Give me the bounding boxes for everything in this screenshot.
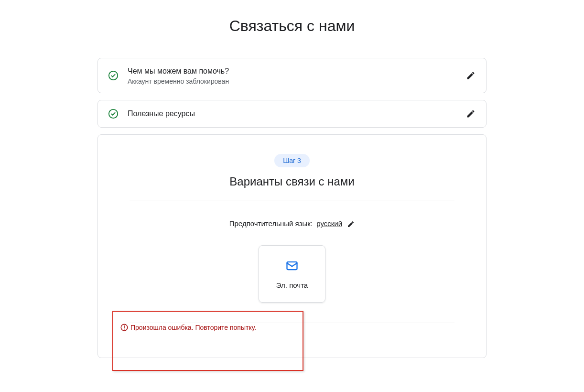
check-circle-icon <box>108 70 119 81</box>
page-title: Связаться с нами <box>97 17 487 35</box>
svg-point-5 <box>124 329 125 330</box>
step3-heading: Варианты связи с нами <box>127 175 457 188</box>
step1-accordion[interactable]: Чем мы можем вам помочь? Аккаунт временн… <box>97 58 487 93</box>
error-message: Произошла ошибка. Повторите попытку. <box>130 324 256 331</box>
error-highlight-box: Произошла ошибка. Повторите попытку. <box>112 311 303 371</box>
language-label: Предпочтительный язык: <box>229 219 313 228</box>
check-circle-icon <box>108 108 119 120</box>
mail-icon <box>285 259 299 272</box>
step2-title: Полезные ресурсы <box>128 109 465 119</box>
language-value[interactable]: русский <box>316 219 342 228</box>
pencil-icon <box>466 109 476 119</box>
pencil-icon <box>466 71 476 80</box>
step1-title: Чем мы можем вам помочь? <box>128 66 465 76</box>
email-option-card[interactable]: Эл. почта <box>259 245 325 303</box>
step3-badge: Шаг 3 <box>274 154 309 167</box>
step2-edit-button[interactable] <box>465 108 476 120</box>
language-edit-button[interactable] <box>347 220 355 228</box>
step1-subtitle: Аккаунт временно заблокирован <box>128 77 465 85</box>
step1-edit-button[interactable] <box>465 70 476 81</box>
divider <box>130 323 454 323</box>
step2-accordion[interactable]: Полезные ресурсы <box>97 100 487 128</box>
alert-circle-icon <box>120 323 129 332</box>
svg-point-1 <box>109 109 118 118</box>
pencil-icon <box>347 220 355 228</box>
divider <box>130 200 454 200</box>
language-row: Предпочтительный язык: русский <box>127 219 457 228</box>
svg-point-0 <box>109 71 118 80</box>
svg-point-3 <box>121 325 128 331</box>
email-option-label: Эл. почта <box>276 281 308 289</box>
step2-content: Полезные ресурсы <box>128 109 465 119</box>
step1-content: Чем мы можем вам помочь? Аккаунт временн… <box>128 66 465 85</box>
step3-card: Шаг 3 Варианты связи с нами Предпочтител… <box>97 134 487 358</box>
